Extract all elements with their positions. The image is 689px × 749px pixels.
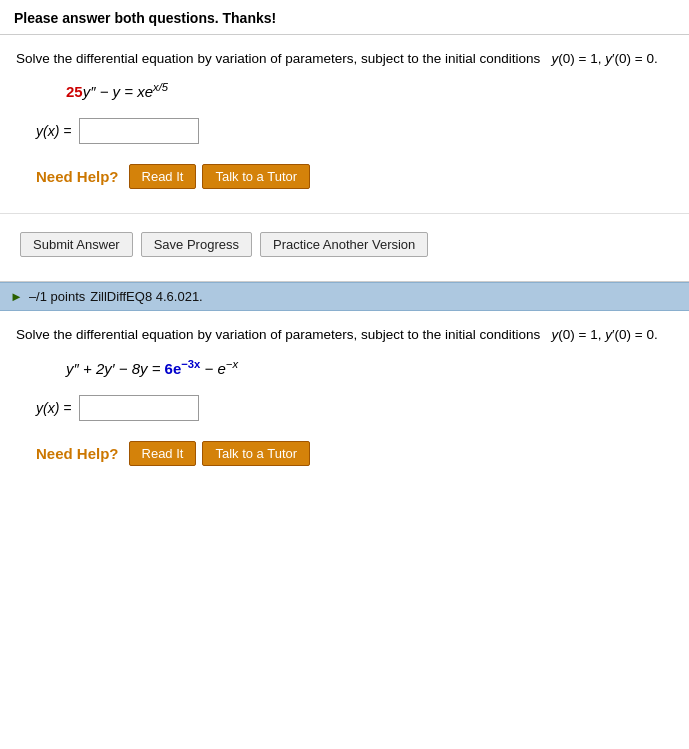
problem1-help-row: Need Help? Read It Talk to a Tutor [36, 164, 673, 189]
problem2-need-help-label: Need Help? [36, 445, 119, 462]
problem1-read-it-button[interactable]: Read It [129, 164, 197, 189]
top-notice: Please answer both questions. Thanks! [0, 0, 689, 35]
problem1-need-help-label: Need Help? [36, 168, 119, 185]
problem2-answer-row: y(x) = [36, 395, 673, 421]
problem2-answer-input[interactable] [79, 395, 199, 421]
practice-another-button[interactable]: Practice Another Version [260, 232, 428, 257]
problem1-instruction: Solve the differential equation by varia… [16, 49, 673, 69]
notice-text: Please answer both questions. Thanks! [14, 10, 276, 26]
action-row: Submit Answer Save Progress Practice Ano… [20, 232, 669, 257]
problem2-code: ZillDiffEQ8 4.6.021. [90, 289, 202, 304]
eq1-coeff: 25 [66, 83, 83, 100]
problem1-section: Solve the differential equation by varia… [0, 35, 689, 214]
problem2-banner: ► –/1 points ZillDiffEQ8 4.6.021. [0, 282, 689, 311]
problem2-section: Solve the differential equation by varia… [0, 311, 689, 495]
problem2-answer-label: y(x) = [36, 400, 71, 416]
action-section: Submit Answer Save Progress Practice Ano… [0, 214, 689, 282]
submit-answer-button[interactable]: Submit Answer [20, 232, 133, 257]
problem2-instruction: Solve the differential equation by varia… [16, 325, 673, 345]
problem1-talk-to-tutor-button[interactable]: Talk to a Tutor [202, 164, 310, 189]
problem1-equation: 25y″ − y = xex/5 [66, 81, 673, 100]
triangle-icon: ► [10, 289, 23, 304]
problem1-answer-row: y(x) = [36, 118, 673, 144]
problem2-equation: y″ + 2y′ − 8y = 6e−3x − e−x [66, 358, 673, 377]
problem1-answer-label: y(x) = [36, 123, 71, 139]
problem2-help-row: Need Help? Read It Talk to a Tutor [36, 441, 673, 466]
save-progress-button[interactable]: Save Progress [141, 232, 252, 257]
problem2-points: –/1 points [29, 289, 85, 304]
problem2-talk-to-tutor-button[interactable]: Talk to a Tutor [202, 441, 310, 466]
problem2-read-it-button[interactable]: Read It [129, 441, 197, 466]
problem1-answer-input[interactable] [79, 118, 199, 144]
